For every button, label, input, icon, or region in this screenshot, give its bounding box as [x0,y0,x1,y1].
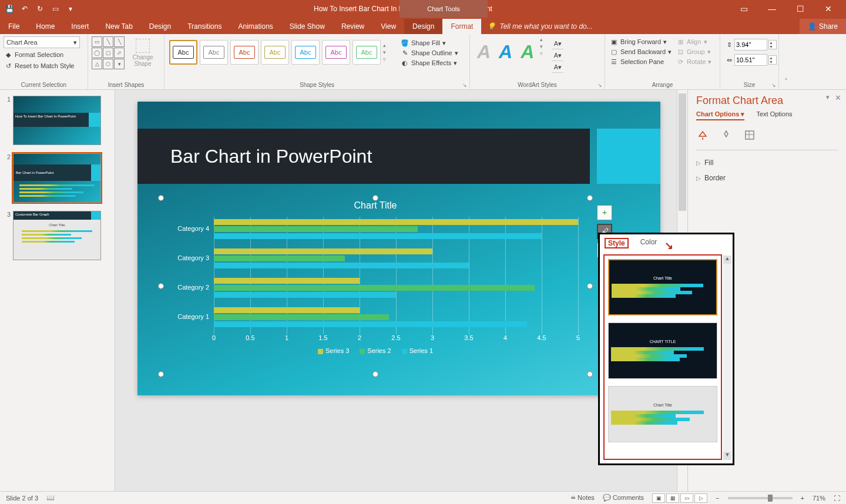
tab-home[interactable]: Home [28,19,63,34]
zoom-slider[interactable] [728,497,793,499]
text-fill-button[interactable]: A▾ [552,39,563,49]
shape-style-gallery[interactable]: Abc Abc Abc Abc Abc Abc Abc ▴▾▿ [168,36,394,68]
close-icon[interactable]: ✕ [817,4,840,14]
tab-review[interactable]: Review [333,19,372,34]
slide-canvas[interactable]: Bar Chart in PowerPoint Chart Title Cate… [115,90,677,491]
resize-handle[interactable] [587,371,593,377]
slideshow-view-icon[interactable]: ▷ [694,493,707,503]
shape-effects-button[interactable]: ◐Shape Effects ▾ [401,59,458,67]
gallery-scroll[interactable]: ▴▾▿ [540,36,548,56]
start-from-beginning-icon[interactable]: ▭ [51,4,60,14]
undo-icon[interactable]: ↶ [20,4,29,14]
thumbnail-2[interactable]: 2 Bar Chart in PowerPoint [2,153,112,203]
tab-insert[interactable]: Insert [63,19,97,34]
shape-line2-icon[interactable]: ╲ [114,36,125,47]
thumbnail-1[interactable]: 1 How To Insert Bar Chart In PowerPoint [2,96,112,145]
sorter-view-icon[interactable]: ▦ [666,493,679,503]
qat-dropdown-icon[interactable]: ▾ [66,4,75,14]
size-properties-icon[interactable] [743,129,756,142]
share-button[interactable]: 👤Share [800,19,846,34]
resize-handle[interactable] [158,371,164,377]
normal-view-icon[interactable]: ▣ [652,493,665,503]
resize-handle[interactable] [372,195,378,201]
format-selection-button[interactable]: ◆Format Selection [4,50,80,59]
chart-style-option-2[interactable]: CHART TITLE [608,322,717,379]
tab-view[interactable]: View [372,19,404,34]
reset-style-button[interactable]: ↺Reset to Match Style [4,61,80,70]
dialog-launcher-icon[interactable]: ↘ [462,82,468,88]
resize-handle[interactable] [158,195,164,201]
collapse-ribbon-icon[interactable]: ˄ [779,34,793,89]
align-button[interactable]: ⊞Align ▾ [676,38,711,46]
selection-pane-button[interactable]: ☰Selection Pane [610,58,672,66]
shape-roundrect-icon[interactable]: ▢ [103,48,113,58]
height-input[interactable] [734,39,767,51]
wordart-gallery[interactable]: AAA [474,36,538,68]
resize-handle[interactable] [372,371,378,377]
chart-plot-area[interactable]: Category 4Category 3Category 2Category 1 [214,217,578,334]
resize-handle[interactable] [587,195,593,201]
ribbon-display-icon[interactable]: ▭ [732,4,756,14]
dialog-launcher-icon[interactable]: ↘ [771,82,777,88]
shapes-gallery[interactable]: ▭╲╲ ◯▢⬀ △⬡▾ [92,36,127,69]
shape-line-icon[interactable]: ╲ [103,36,113,47]
flyout-style-list[interactable]: Chart Title CHART TITLE Chart Title [603,254,722,460]
chart-style-option-1[interactable]: Chart Title [608,259,717,315]
tab-transitions[interactable]: Transitions [179,19,230,34]
thumbnail-3[interactable]: 3 Customize Bar Graph Chart Title [2,211,112,260]
slide-indicator[interactable]: Slide 2 of 3 [6,495,38,502]
chart-elements-button[interactable]: ＋ [597,205,612,220]
gallery-scroll[interactable]: ▴▾▿ [383,40,392,65]
zoom-in-icon[interactable]: + [801,495,804,502]
border-section[interactable]: Border [696,170,838,186]
fill-section[interactable]: Fill [696,155,838,170]
shape-fill-button[interactable]: 🪣Shape Fill ▾ [401,39,458,47]
flyout-tab-color[interactable]: Color [640,238,657,248]
fill-line-icon[interactable] [696,129,709,142]
slide-title[interactable]: Bar Chart in PowerPoint [137,129,590,184]
pane-menu-icon[interactable]: ▾ [826,93,830,101]
save-icon[interactable]: 💾 [5,4,14,14]
shape-oval-icon[interactable]: ◯ [92,48,102,58]
shape-outline-button[interactable]: ✎Shape Outline ▾ [401,49,458,57]
chart-options-tab[interactable]: Chart Options ▾ [696,110,744,120]
tab-chart-design[interactable]: Design [404,19,442,34]
tab-chart-format[interactable]: Format [442,19,481,34]
resize-handle[interactable] [587,283,593,289]
maximize-icon[interactable]: ☐ [788,4,812,14]
chart-style-option-3[interactable]: Chart Title [608,386,717,442]
height-spinner[interactable]: ▲▼ [768,40,777,49]
text-effects-button[interactable]: A▾ [552,62,563,73]
slide-thumbnail-pane[interactable]: 1 How To Insert Bar Chart In PowerPoint … [0,90,115,491]
chart-element-combo[interactable]: Chart Area▾ [4,36,80,48]
flyout-scrollbar[interactable]: ▲▼ [723,256,731,460]
bring-forward-button[interactable]: ▣Bring Forward ▾ [610,38,672,46]
shape-arrow-icon[interactable]: ⬀ [114,48,125,58]
notes-button[interactable]: ≐ Notes [570,494,595,502]
slide[interactable]: Bar Chart in PowerPoint Chart Title Cate… [137,102,660,395]
tab-animations[interactable]: Animations [230,19,281,34]
close-pane-icon[interactable]: ✕ [835,93,841,102]
shape-hex-icon[interactable]: ⬡ [103,59,113,69]
redo-icon[interactable]: ↻ [35,4,45,14]
dialog-launcher-icon[interactable]: ↘ [597,82,603,88]
spell-check-icon[interactable]: 📖 [46,494,55,502]
flyout-tab-style[interactable]: Style [605,238,629,248]
width-spinner[interactable]: ▲▼ [768,55,777,65]
fit-to-window-icon[interactable]: ⛶ [834,495,840,502]
shape-more-icon[interactable]: ▾ [114,59,125,69]
tab-design[interactable]: Design [141,19,179,34]
text-outline-button[interactable]: A▾ [552,51,563,61]
chart-object[interactable]: Chart Title Category 4Category 3Category… [161,198,590,374]
send-backward-button[interactable]: ▢Send Backward ▾ [610,48,672,56]
comments-button[interactable]: 💬 Comments [603,494,644,502]
text-options-tab[interactable]: Text Options [756,110,792,120]
zoom-out-icon[interactable]: − [716,495,719,502]
shape-tri-icon[interactable]: △ [92,59,102,69]
tell-me-search[interactable]: 💡Tell me what you want to do... [481,19,800,34]
tab-newtab[interactable]: New Tab [97,19,140,34]
shape-rect-icon[interactable]: ▭ [92,36,102,47]
tab-slideshow[interactable]: Slide Show [281,19,333,34]
effects-icon[interactable] [720,129,733,142]
zoom-level[interactable]: 71% [813,495,825,502]
